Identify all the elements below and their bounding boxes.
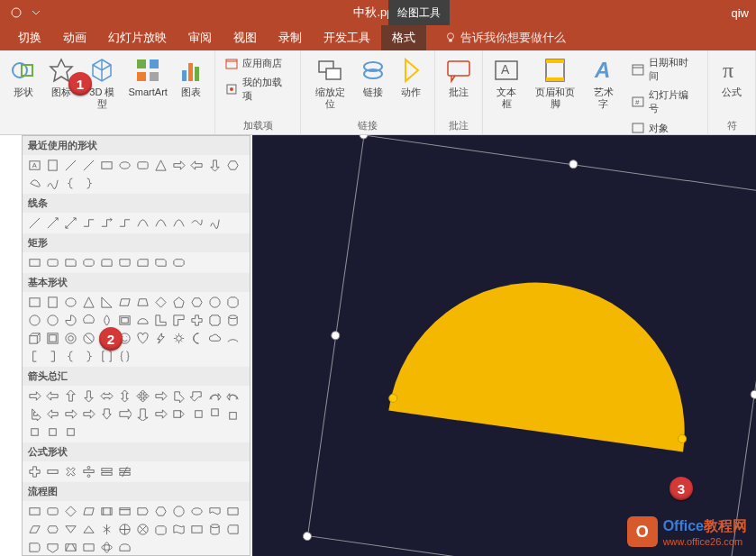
- textbox-button[interactable]: A 文本框: [488, 54, 525, 112]
- links-button[interactable]: 链接: [355, 54, 391, 100]
- resize-handle-sw[interactable]: [302, 531, 312, 541]
- shape-f30[interactable]: [116, 539, 133, 556]
- shape-f26[interactable]: [44, 539, 61, 556]
- shape-r2[interactable]: [44, 254, 61, 271]
- tab-record[interactable]: 录制: [268, 25, 313, 50]
- tab-view[interactable]: 视图: [223, 25, 268, 50]
- shape-arrow-d[interactable]: [206, 157, 223, 174]
- shape-eq-minus[interactable]: [44, 463, 61, 480]
- shape-hexagon[interactable]: [224, 157, 241, 174]
- shape-b-dodec[interactable]: [44, 312, 61, 329]
- shape-b-plaque[interactable]: [206, 312, 223, 329]
- shape-b-half[interactable]: [134, 312, 151, 329]
- shape-r6[interactable]: [116, 254, 133, 271]
- shape-eq-mult[interactable]: [62, 463, 79, 480]
- shape-b-trap[interactable]: [134, 294, 151, 311]
- shape-elbow3[interactable]: [116, 214, 133, 232]
- shape-ar9[interactable]: [170, 387, 187, 405]
- shape-f16[interactable]: [80, 521, 97, 538]
- app-store-button[interactable]: 应用商店: [221, 54, 296, 72]
- shape-b-heart[interactable]: [134, 330, 151, 347]
- shape-b-dec[interactable]: [26, 312, 43, 329]
- shape-b-lbrc[interactable]: [62, 348, 79, 365]
- shape-b-sun[interactable]: [170, 330, 187, 347]
- header-footer-button[interactable]: 页眉和页脚: [527, 54, 584, 112]
- tell-me-search[interactable]: 告诉我你想要做什么: [444, 30, 566, 46]
- shape-ar3[interactable]: [62, 387, 79, 405]
- shape-f10[interactable]: [188, 503, 205, 520]
- shape-freeform2[interactable]: [188, 214, 205, 232]
- shape-rbrace[interactable]: [80, 175, 97, 192]
- smartart-button[interactable]: SmartArt: [125, 54, 171, 100]
- shape-b-corner[interactable]: [170, 312, 187, 329]
- drawing-tools-context-tab[interactable]: 绘图工具: [388, 0, 450, 25]
- shape-f15[interactable]: [62, 521, 79, 538]
- shape-freeform[interactable]: [26, 175, 43, 192]
- shape-ar26[interactable]: [44, 424, 61, 441]
- shape-r7[interactable]: [134, 254, 151, 271]
- shape-b-cross[interactable]: [188, 312, 205, 329]
- tab-transitions[interactable]: 切换: [7, 25, 52, 50]
- shape-elbow1[interactable]: [80, 214, 97, 232]
- shape-f12[interactable]: [224, 503, 241, 520]
- shape-line2[interactable]: [80, 157, 97, 174]
- shape-r5[interactable]: [98, 254, 115, 271]
- shape-r4[interactable]: [80, 254, 97, 271]
- datetime-button[interactable]: 日期和时间: [627, 54, 702, 85]
- shape-b-frame[interactable]: [116, 312, 133, 329]
- shape-f23[interactable]: [206, 521, 223, 538]
- shape-ar4[interactable]: [80, 387, 97, 405]
- tab-review[interactable]: 审阅: [178, 25, 223, 50]
- shape-b-pie[interactable]: [62, 312, 79, 329]
- shape-f22[interactable]: [188, 521, 205, 538]
- shape-b-diamond[interactable]: [152, 294, 169, 311]
- shape-arrow-l[interactable]: [188, 157, 205, 174]
- shape-ar18[interactable]: [116, 406, 133, 423]
- shape-b-arc[interactable]: [224, 330, 241, 347]
- shape-eq-neq[interactable]: [116, 463, 133, 480]
- shape-f25[interactable]: [26, 539, 43, 556]
- shape-line-s2[interactable]: [44, 214, 61, 232]
- shape-ar27[interactable]: [62, 424, 79, 441]
- shape-lbrace[interactable]: [62, 175, 79, 192]
- shape-f29[interactable]: [98, 539, 115, 556]
- shape-ar5[interactable]: [98, 387, 115, 405]
- shape-b-rtri[interactable]: [98, 294, 115, 311]
- shape-b-chord[interactable]: [80, 312, 97, 329]
- my-addins-button[interactable]: 我的加载项: [221, 74, 296, 105]
- shape-f1[interactable]: [26, 503, 43, 520]
- shape-curve1[interactable]: [134, 214, 151, 232]
- shape-line-s3[interactable]: [62, 214, 79, 232]
- shape-arrow-r[interactable]: [170, 157, 187, 174]
- object-button[interactable]: 对象: [627, 119, 702, 137]
- shapes-button[interactable]: 形状: [5, 54, 41, 100]
- shape-b-cube[interactable]: [26, 330, 43, 347]
- shape-ar22[interactable]: [188, 406, 205, 423]
- shape-line[interactable]: [62, 157, 79, 174]
- shape-f14[interactable]: [44, 521, 61, 538]
- shape-b-cloud[interactable]: [206, 330, 223, 347]
- shape-b-moon[interactable]: [188, 330, 205, 347]
- shape-rounded[interactable]: [134, 157, 151, 174]
- shape-b-para[interactable]: [116, 294, 133, 311]
- shape-b-brk[interactable]: [98, 348, 115, 365]
- shape-f3[interactable]: [62, 503, 79, 520]
- shape-b-hex[interactable]: [188, 294, 205, 311]
- shape-oval[interactable]: [116, 157, 133, 174]
- shape-textbox-v[interactable]: [44, 157, 61, 174]
- shape-f18[interactable]: [116, 521, 133, 538]
- dropdown-icon[interactable]: [29, 5, 43, 20]
- equation-button[interactable]: π 公式: [714, 54, 750, 100]
- shape-ar21[interactable]: [170, 406, 187, 423]
- shape-rect[interactable]: [98, 157, 115, 174]
- shape-r1[interactable]: [26, 254, 43, 271]
- zoom-button[interactable]: 缩放定位: [306, 54, 353, 112]
- shape-ar8[interactable]: [152, 387, 169, 405]
- shape-b-tb[interactable]: [26, 294, 43, 311]
- shape-b-oct[interactable]: [224, 294, 241, 311]
- tab-animations[interactable]: 动画: [52, 25, 97, 50]
- shape-b-lbrk[interactable]: [26, 348, 43, 365]
- shape-b-rbrc[interactable]: [80, 348, 97, 365]
- shape-f19[interactable]: [134, 521, 151, 538]
- shape-ar16[interactable]: [80, 406, 97, 423]
